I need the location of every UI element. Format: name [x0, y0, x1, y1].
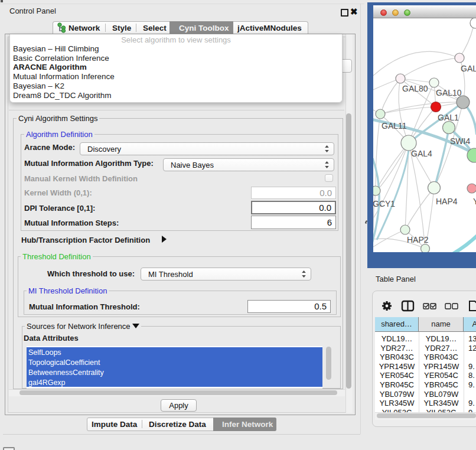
- svg-text:GAL11: GAL11: [382, 121, 407, 131]
- svg-text:GAL80: GAL80: [402, 84, 428, 93]
- svg-text:SWI4: SWI4: [450, 136, 470, 146]
- svg-text:GAL1: GAL1: [438, 113, 459, 122]
- svg-text:GAL2: GAL2: [461, 64, 476, 73]
- svg-text:GAL10: GAL10: [436, 88, 462, 97]
- svg-text:HAP2: HAP2: [407, 235, 429, 244]
- svg-text:GAL4: GAL4: [411, 149, 432, 158]
- svg-text:GCY1: GCY1: [373, 199, 395, 208]
- svg-text:HAP4: HAP4: [436, 197, 458, 206]
- svg-text:YE: YE: [473, 197, 476, 206]
